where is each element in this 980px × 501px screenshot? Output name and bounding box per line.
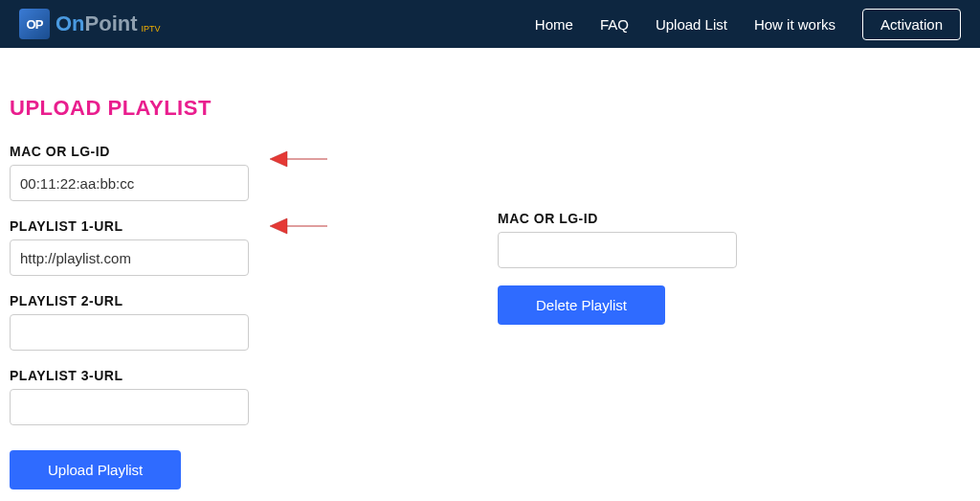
playlist1-input[interactable] — [10, 239, 249, 276]
page-title: UPLOAD PLAYLIST — [10, 96, 249, 121]
nav-links: Home FAQ Upload List How it works Activa… — [535, 9, 961, 40]
mac-input[interactable] — [10, 165, 249, 201]
delete-playlist-button[interactable]: Delete Playlist — [498, 285, 665, 325]
playlist2-label: PLAYLIST 2-URL — [10, 293, 249, 308]
delete-mac-input[interactable] — [498, 232, 737, 268]
arrow-annotation-icon — [270, 148, 327, 171]
arrow-annotation-icon — [270, 215, 327, 238]
delete-form: MAC OR LG-ID Delete Playlist — [498, 96, 737, 490]
delete-mac-label: MAC OR LG-ID — [498, 211, 737, 226]
playlist1-label: PLAYLIST 1-URL — [10, 218, 249, 234]
logo-icon: OP — [19, 9, 50, 39]
nav-home[interactable]: Home — [535, 16, 573, 33]
navbar: OP OnPoint IPTV Home FAQ Upload List How… — [0, 0, 980, 48]
content: UPLOAD PLAYLIST MAC OR LG-ID PLAYLIST 1-… — [0, 48, 980, 501]
logo-text: OnPoint — [56, 11, 138, 36]
nav-faq[interactable]: FAQ — [600, 16, 629, 33]
nav-upload-list[interactable]: Upload List — [656, 16, 727, 33]
playlist3-input[interactable] — [10, 389, 249, 425]
mac-label: MAC OR LG-ID — [10, 144, 249, 159]
upload-playlist-button[interactable]: Upload Playlist — [10, 450, 181, 490]
logo[interactable]: OP OnPoint IPTV — [19, 9, 161, 39]
upload-form: UPLOAD PLAYLIST MAC OR LG-ID PLAYLIST 1-… — [10, 96, 249, 490]
activation-button[interactable]: Activation — [862, 9, 961, 40]
logo-subtext: IPTV — [142, 24, 161, 34]
playlist3-label: PLAYLIST 3-URL — [10, 368, 249, 383]
nav-how-it-works[interactable]: How it works — [754, 16, 835, 33]
playlist2-input[interactable] — [10, 314, 249, 351]
